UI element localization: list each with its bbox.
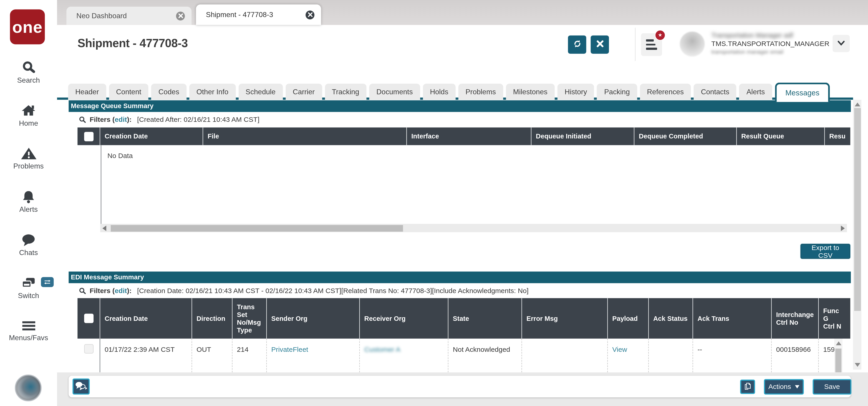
- column-trans-set[interactable]: Trans Set No/Msg Type: [232, 298, 267, 339]
- copy-document-button[interactable]: [740, 380, 755, 394]
- cell-state: Not Acknowledged: [448, 339, 522, 372]
- receiver-org-link-masked[interactable]: Customer A: [364, 346, 400, 354]
- message-queue-filters: Filters (edit): [Created After: 02/16/21…: [69, 112, 851, 127]
- footer-action-bar: Actions Save: [69, 376, 851, 397]
- close-icon: [596, 40, 604, 49]
- tab-tracking[interactable]: Tracking: [324, 84, 366, 100]
- column-result-queue[interactable]: Result Queue: [737, 127, 825, 145]
- select-all-checkbox[interactable]: [84, 314, 93, 323]
- horizontal-scrollbar[interactable]: [100, 224, 847, 232]
- tab-problems[interactable]: Problems: [458, 84, 503, 100]
- sender-org-link[interactable]: PrivateFleet: [271, 346, 308, 354]
- sidebar-item-search[interactable]: Search: [0, 60, 57, 84]
- tab-contacts[interactable]: Contacts: [694, 84, 737, 100]
- save-button[interactable]: Save: [813, 379, 851, 395]
- user-avatar[interactable]: [680, 32, 705, 57]
- one-network-logo[interactable]: one: [10, 9, 45, 44]
- sidebar-item-label: Problems: [0, 162, 57, 170]
- column-sender-org[interactable]: Sender Org: [267, 298, 360, 339]
- export-to-csv-button[interactable]: Export to CSV: [801, 244, 850, 259]
- column-state[interactable]: State: [448, 298, 522, 339]
- actions-button[interactable]: Actions: [764, 379, 804, 395]
- menu-bars-icon: [0, 319, 57, 332]
- profile-avatar[interactable]: [15, 375, 42, 401]
- close-tab-icon[interactable]: [176, 11, 185, 20]
- tab-other-info[interactable]: Other Info: [189, 84, 236, 100]
- sidebar-item-label: Menus/Favs: [0, 334, 57, 342]
- user-menu-button[interactable]: [833, 35, 849, 52]
- chevron-down-icon: [795, 385, 799, 388]
- edi-filters: Filters (edit): [Creation Date: 02/16/21…: [69, 283, 851, 299]
- tab-carrier[interactable]: Carrier: [285, 84, 322, 100]
- sidebar-item-alerts[interactable]: Alerts: [0, 190, 57, 213]
- cell-ack-status: [649, 339, 693, 372]
- scroll-left-icon[interactable]: [102, 225, 106, 231]
- column-ack-status[interactable]: Ack Status: [649, 298, 693, 339]
- column-file[interactable]: File: [203, 127, 407, 145]
- chat-bubbles-icon: [75, 381, 88, 392]
- scroll-up-icon[interactable]: [836, 341, 841, 345]
- page-vertical-scrollbar[interactable]: [853, 100, 861, 370]
- refresh-button[interactable]: [568, 35, 586, 54]
- workspace-tab-label: Neo Dashboard: [76, 11, 176, 20]
- workspace-tab-shipment[interactable]: Shipment - 477708-3: [196, 4, 321, 25]
- search-icon: [79, 116, 87, 124]
- tab-references[interactable]: References: [640, 84, 691, 100]
- payload-view-link[interactable]: View: [612, 346, 627, 354]
- scroll-down-icon[interactable]: [854, 363, 860, 367]
- sidebar-item-menus-favs[interactable]: Menus/Favs: [0, 319, 57, 342]
- edit-filters-link[interactable]: edit: [115, 116, 127, 124]
- column-creation-date[interactable]: Creation Date: [100, 298, 192, 339]
- column-dequeue-initiated[interactable]: Dequeue Initiated: [531, 127, 634, 145]
- close-tab-icon[interactable]: [306, 10, 314, 19]
- column-payload[interactable]: Payload: [608, 298, 649, 339]
- document-copy-icon: [743, 382, 752, 392]
- edi-table-row[interactable]: 01/17/22 2:39 AM CST OUT 214 PrivateFlee…: [78, 339, 850, 372]
- column-interchange-ctrl-no[interactable]: Interchange Ctrl No: [772, 298, 819, 339]
- column-result-clipped[interactable]: Resu: [825, 127, 850, 145]
- tab-documents[interactable]: Documents: [369, 84, 420, 100]
- column-dequeue-completed[interactable]: Dequeue Completed: [634, 127, 737, 145]
- chat-button[interactable]: [72, 378, 90, 395]
- column-direction[interactable]: Direction: [192, 298, 232, 339]
- message-queue-section-header: Message Queue Summary: [69, 100, 851, 112]
- column-receiver-org[interactable]: Receiver Org: [360, 298, 448, 339]
- tab-messages-active[interactable]: Messages: [775, 83, 830, 102]
- column-interface[interactable]: Interface: [407, 127, 532, 145]
- frozen-column-divider: [101, 145, 101, 224]
- workspace-tab-neo-dashboard[interactable]: Neo Dashboard: [66, 7, 191, 25]
- horizontal-scroll-thumb[interactable]: [111, 225, 403, 231]
- edi-scroll-thumb[interactable]: [835, 349, 841, 373]
- tab-packing[interactable]: Packing: [597, 84, 637, 100]
- chat-bubble-icon: [0, 233, 57, 247]
- close-record-button[interactable]: [591, 35, 609, 54]
- column-error-msg[interactable]: Error Msg: [522, 298, 608, 339]
- chevron-down-icon: [837, 38, 845, 49]
- sidebar-item-home[interactable]: Home: [0, 103, 57, 127]
- sidebar-item-problems[interactable]: Problems: [0, 146, 57, 170]
- tab-schedule[interactable]: Schedule: [238, 84, 283, 100]
- scroll-up-icon[interactable]: [854, 103, 860, 106]
- tab-alerts[interactable]: Alerts: [739, 84, 772, 100]
- page-scroll-thumb[interactable]: [854, 108, 861, 311]
- sidebar-item-label: Search: [0, 76, 57, 84]
- tab-milestones[interactable]: Milestones: [506, 84, 555, 100]
- tab-history[interactable]: History: [558, 84, 594, 100]
- scroll-right-icon[interactable]: [841, 225, 845, 231]
- switch-toggle-button[interactable]: [41, 277, 54, 287]
- tab-codes[interactable]: Codes: [151, 84, 187, 100]
- column-ack-trans[interactable]: Ack Trans: [693, 298, 772, 339]
- column-creation-date[interactable]: Creation Date: [100, 127, 203, 145]
- row-checkbox[interactable]: [84, 344, 93, 353]
- sidebar-item-chats[interactable]: Chats: [0, 233, 57, 257]
- tab-content[interactable]: Content: [109, 84, 149, 100]
- edi-vertical-scrollbar[interactable]: [834, 339, 843, 372]
- filters-value: [Creation Date: 02/16/21 10:43 AM CST - …: [137, 287, 529, 295]
- column-func-ctrl-no-clipped[interactable]: Func G Ctrl N: [819, 298, 843, 339]
- select-all-checkbox[interactable]: [84, 132, 93, 141]
- warning-triangle-icon: [0, 146, 57, 161]
- tab-holds[interactable]: Holds: [423, 84, 456, 100]
- tab-header[interactable]: Header: [68, 84, 106, 100]
- edit-filters-link[interactable]: edit: [115, 287, 127, 295]
- message-queue-table-header: Creation Date File Interface Dequeue Ini…: [78, 127, 850, 145]
